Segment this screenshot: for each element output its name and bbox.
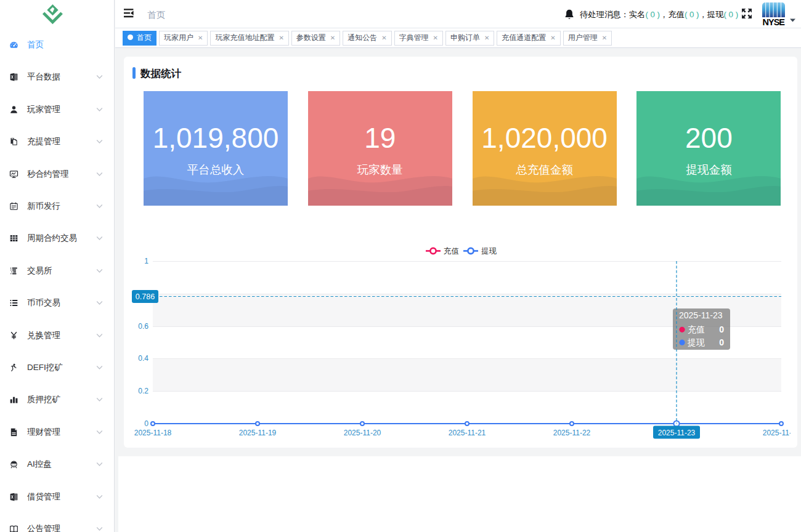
svg-text:2025-11-21: 2025-11-21 (449, 429, 486, 437)
svg-text:0.786: 0.786 (136, 292, 155, 301)
svg-text:1: 1 (144, 257, 148, 265)
svg-text:0: 0 (719, 324, 724, 334)
svg-text:2025-11-20: 2025-11-20 (344, 429, 381, 437)
svg-text:2025-11-19: 2025-11-19 (239, 429, 277, 437)
svg-text:充值: 充值 (444, 247, 459, 256)
svg-text:充值: 充值 (688, 324, 705, 334)
svg-text:2025-11-24: 2025-11-24 (763, 429, 791, 437)
svg-text:0.6: 0.6 (138, 322, 148, 331)
svg-text:0: 0 (719, 337, 724, 347)
svg-text:2025-11-23: 2025-11-23 (658, 429, 696, 437)
svg-text:提现: 提现 (481, 247, 497, 256)
svg-text:2025-11-23: 2025-11-23 (679, 310, 723, 320)
svg-text:提现: 提现 (687, 337, 705, 347)
svg-text:0.4: 0.4 (138, 354, 148, 363)
svg-text:2025-11-18: 2025-11-18 (134, 429, 172, 437)
svg-text:2025-11-22: 2025-11-22 (553, 429, 591, 437)
svg-text:0.2: 0.2 (138, 387, 148, 395)
svg-text:0: 0 (144, 419, 148, 428)
